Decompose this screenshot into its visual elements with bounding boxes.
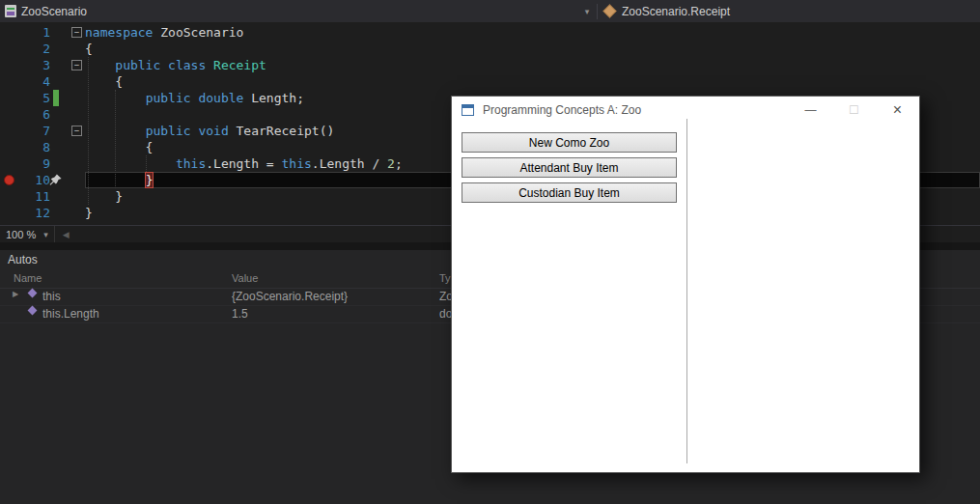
code-line: 3− public class Receipt [0, 57, 980, 73]
line-number: 12 [17, 205, 50, 221]
zoo-window-body: New Como ZooAttendant Buy ItemCustodian … [452, 124, 919, 472]
column-header-type[interactable]: Ty [439, 272, 451, 284]
zoom-level-dropdown[interactable]: 100 % ▾ [0, 226, 55, 242]
close-button[interactable]: × [876, 97, 919, 124]
outlining-margin [59, 90, 85, 106]
outlining-margin [59, 73, 85, 90]
member-dropdown[interactable]: ZooScenario.Receipt [601, 5, 730, 18]
line-number: 10 [17, 172, 50, 188]
breakpoint-margin[interactable] [0, 139, 17, 155]
code-text: namespace ZooScenario [85, 24, 980, 41]
zoo-window-title: Programming Concepts A: Zoo [483, 103, 641, 117]
zoom-level-label: 100 % [6, 229, 36, 240]
code-line: 4 { [0, 73, 980, 90]
line-number: 11 [17, 188, 50, 205]
listbox-border [686, 119, 687, 463]
outlining-margin [59, 139, 85, 155]
line-number: 8 [17, 139, 50, 155]
outlining-margin: − [59, 24, 85, 41]
zoo-titlebar[interactable]: Programming Concepts A: Zoo — ☐ × [452, 97, 919, 124]
window-controls: — ☐ × [789, 97, 919, 124]
breakpoint-margin[interactable] [0, 73, 17, 90]
outlining-margin [59, 205, 85, 221]
indent-guide [146, 155, 147, 172]
expand-arrow-icon[interactable]: ▶ [13, 290, 18, 298]
outlining-margin [59, 155, 85, 172]
breakpoint-margin[interactable] [0, 24, 17, 41]
chevron-down-icon[interactable]: ▾ [580, 7, 594, 16]
zoo-app-window: Programming Concepts A: Zoo — ☐ × New Co… [451, 96, 920, 473]
chevron-down-icon: ▾ [43, 230, 48, 239]
field-icon [28, 306, 38, 316]
outlining-margin [59, 172, 85, 188]
line-number: 6 [17, 106, 50, 123]
indent-guide [115, 90, 116, 188]
navbar-divider [597, 4, 598, 19]
outlining-margin: − [59, 123, 85, 139]
member-dropdown-label: ZooScenario.Receipt [622, 5, 730, 18]
breakpoint-dot-icon[interactable] [4, 175, 14, 185]
editor-navigation-bar: ZooScenario ▾ ZooScenario.Receipt [0, 0, 980, 23]
custodian-buy-item-button[interactable]: Custodian Buy Item [462, 182, 677, 203]
variable-value: 1.5 [232, 307, 248, 321]
code-text: { [85, 41, 980, 57]
line-number: 9 [17, 155, 50, 172]
maximize-button[interactable]: ☐ [832, 97, 876, 124]
code-line: 2{ [0, 41, 980, 57]
attendant-buy-item-button[interactable]: Attendant Buy Item [462, 157, 677, 178]
class-icon [602, 4, 616, 17]
line-number: 4 [17, 73, 50, 90]
outlining-margin [59, 188, 85, 205]
minimize-button[interactable]: — [789, 97, 832, 124]
code-text: public class Receipt [85, 57, 980, 73]
variable-name: this [42, 290, 61, 303]
line-number: 2 [17, 41, 50, 57]
variable-name: this.Length [42, 307, 99, 321]
line-number: 1 [17, 24, 50, 41]
breakpoint-margin[interactable] [0, 123, 17, 139]
breakpoint-margin[interactable] [0, 188, 17, 205]
pin-icon[interactable] [48, 173, 63, 187]
fold-collapse-icon[interactable]: − [71, 126, 82, 136]
breakpoint-margin[interactable] [0, 155, 17, 172]
outlining-margin [59, 106, 85, 123]
outlining-margin: − [59, 57, 85, 73]
fold-collapse-icon[interactable]: − [71, 60, 82, 70]
field-icon [28, 289, 38, 298]
breakpoint-margin[interactable] [0, 41, 17, 57]
project-dropdown-label: ZooScenario [21, 5, 87, 18]
breakpoint-margin[interactable] [0, 172, 17, 188]
project-dropdown[interactable]: ZooScenario [0, 5, 580, 18]
visual-studio-window: ZooScenario ▾ ZooScenario.Receipt 1−name… [0, 0, 980, 504]
breakpoint-margin[interactable] [0, 106, 17, 123]
breakpoint-margin[interactable] [0, 57, 17, 73]
code-text: { [85, 73, 980, 90]
app-window-icon [462, 104, 474, 116]
csharp-file-icon [5, 5, 16, 17]
scroll-left-arrow-icon[interactable]: ◀ [63, 230, 70, 239]
code-line: 1−namespace ZooScenario [0, 24, 980, 41]
breakpoint-margin[interactable] [0, 205, 17, 221]
fold-collapse-icon[interactable]: − [71, 27, 82, 38]
line-number: 5 [17, 90, 50, 106]
line-number: 7 [17, 123, 50, 139]
indent-guide [88, 57, 89, 205]
breakpoint-margin[interactable] [0, 90, 17, 106]
column-header-value[interactable]: Value [232, 272, 258, 284]
line-number: 3 [17, 57, 50, 73]
column-header-name[interactable]: Name [14, 272, 42, 284]
outlining-margin [59, 41, 85, 57]
variable-value: {ZooScenario.Receipt} [232, 290, 348, 303]
new-como-zoo-button[interactable]: New Como Zoo [462, 132, 677, 153]
